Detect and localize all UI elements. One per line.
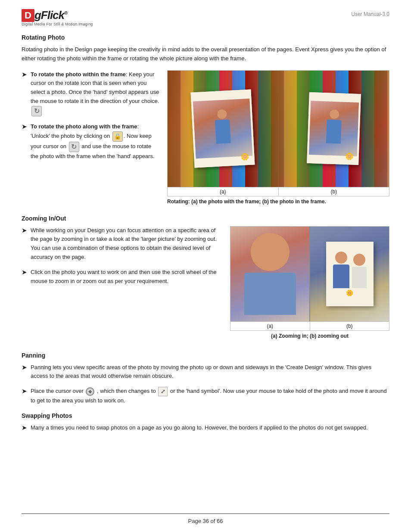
photo-frame-b: 🌼: [307, 92, 361, 165]
person-head-a: [217, 109, 227, 119]
person-a: [211, 109, 235, 148]
flower-b: 🌼: [345, 152, 354, 161]
panning-bullet-2-text: Place the cursor over ✥ , which then cha…: [31, 387, 389, 405]
photo-inner-a: [193, 98, 253, 159]
panning-bullet-1: ➤ Panning lets you view specific areas o…: [22, 363, 389, 381]
zoom-person-b1: [333, 252, 349, 288]
zoom-persons-b: [333, 252, 367, 288]
logo-brand: gFlick®: [34, 9, 67, 22]
zooming-bullet-2: ➤ Click on the photo you want to work on…: [22, 268, 222, 286]
panning-arrow-1: ➤: [22, 364, 27, 371]
panning-arrow-2: ➤: [22, 387, 27, 395]
zooming-bullet-2-text: Click on the photo you want to work on a…: [31, 268, 222, 286]
lock-icon: 🔒: [112, 131, 123, 142]
zooming-photo-image: 🌼: [230, 227, 389, 321]
rotating-intro: Rotating photo in the Design page keepin…: [22, 45, 389, 63]
panning-bullet-1-text: Panning lets you view specific areas of …: [31, 363, 389, 381]
photo-frame-a: 🌼: [191, 90, 255, 168]
zooming-right: 🌼 (a) (b) (a) Zooming in; (b) zooming ou…: [230, 226, 389, 345]
rotating-caption: Rotating: (a) the photo with the frame; …: [167, 199, 389, 205]
rotating-bullet-1-text: To rotate the photo within the frame: Ke…: [31, 70, 159, 116]
rotating-label-a: (a): [168, 187, 279, 196]
zoom-in-image: [230, 227, 309, 321]
person-body-a: [215, 119, 231, 144]
zooming-two-col: ➤ While working on your Design you can f…: [22, 226, 389, 345]
zoom-frame-b: 🌼: [326, 242, 374, 306]
zoom-out-image: 🌼: [310, 227, 389, 321]
person-head-b: [330, 109, 339, 119]
photo-inner-b: [309, 101, 359, 156]
logo-d-box: D: [22, 9, 34, 22]
rotating-photo-labels: (a) (b): [168, 187, 389, 196]
zoom-label-b: (b): [310, 322, 389, 330]
swapping-arrow-1: ➤: [22, 424, 27, 432]
swapping-bullet-1: ➤ Many a times you need to swap photos o…: [22, 423, 389, 432]
header: D gFlick® Digital Media For Still & Moti…: [22, 9, 389, 26]
zoom-head-b2: [353, 254, 365, 266]
zoom-half-left: [230, 227, 309, 321]
panning-title: Panning: [22, 352, 389, 359]
zooming-left: ➤ While working on your Design you can f…: [22, 226, 222, 292]
rotating-photo-right: 🌼: [279, 71, 389, 187]
zooming-caption: (a) Zooming in; (b) zooming out: [230, 333, 389, 339]
bullet-arrow-2: ➤: [22, 123, 27, 131]
rotating-photo-box: 🌼: [167, 70, 389, 196]
person-b: [322, 109, 345, 149]
rotating-two-col: ➤ To rotate the photo within the frame: …: [22, 70, 389, 211]
panning-bullet-2: ➤ Place the cursor over ✥ , which then c…: [22, 387, 389, 405]
page: D gFlick® Digital Media For Still & Moti…: [0, 0, 411, 532]
zoom-body-b2: [352, 267, 367, 288]
flower-a: 🌼: [240, 152, 249, 161]
cursor-icon: ✥: [86, 387, 94, 396]
rotate-icon-2: ↻: [69, 142, 79, 152]
zoom-half-right: 🌼: [310, 227, 389, 321]
zoom-body-a: [244, 273, 296, 315]
rotating-bullet-1: ➤ To rotate the photo within the frame: …: [22, 70, 159, 116]
zoom-arrow-1: ➤: [22, 227, 27, 234]
zoom-label-a: (a): [230, 322, 310, 330]
logo: D gFlick® Digital Media For Still & Moti…: [22, 9, 93, 26]
zooming-section: Zooming In/Out ➤ While working on your D…: [22, 215, 389, 345]
rotating-label-b: (b): [279, 187, 389, 196]
zoom-person-b2: [352, 254, 367, 288]
user-manual-label: User Manual-3.0: [351, 11, 389, 17]
logo-sub: Digital Media For Still & Motion Imaging: [22, 22, 93, 26]
hand-icon: ⤢: [158, 387, 168, 396]
swapping-section: Swapping Photos ➤ Many a times you need …: [22, 412, 389, 432]
bullet-arrow-1: ➤: [22, 71, 27, 78]
zoom-head-b1: [335, 252, 347, 264]
panning-section: Panning ➤ Panning lets you view specific…: [22, 352, 389, 405]
zoom-person-a: [236, 233, 305, 315]
rotating-bullet-2: ➤ To rotate the photo along with the fra…: [22, 122, 159, 161]
person-body-b: [326, 119, 342, 143]
zooming-bullet-1: ➤ While working on your Design you can f…: [22, 226, 222, 262]
rotating-photo-image: 🌼: [168, 71, 389, 187]
footer-text: Page 36 of 66: [0, 518, 411, 524]
zoom-flower: 🌼: [346, 289, 353, 296]
zooming-title: Zooming In/Out: [22, 215, 389, 222]
rotate-icon-1: ↻: [31, 106, 42, 116]
footer-line: [22, 513, 389, 514]
zoom-arrow-2: ➤: [22, 268, 27, 276]
zoom-body-b1: [333, 264, 349, 288]
zooming-photo-labels: (a) (b): [230, 321, 389, 330]
rotating-photo-left: 🌼: [168, 71, 278, 187]
rotating-bullet-2-text: To rotate the photo along with the frame…: [31, 122, 159, 161]
rotating-left-col: ➤ To rotate the photo within the frame: …: [22, 70, 159, 211]
swapping-title: Swapping Photos: [22, 412, 389, 419]
rotating-title: Rotating Photo: [22, 34, 389, 41]
zooming-bullet-1-text: While working on your Design you can foc…: [31, 226, 222, 262]
zoom-head-a: [251, 233, 290, 271]
rotating-section: Rotating Photo Rotating photo in the Des…: [22, 34, 389, 211]
swapping-bullet-1-text: Many a times you need to swap photos on …: [31, 423, 368, 432]
rotating-right-col: 🌼: [167, 70, 389, 211]
zooming-photo-box: 🌼 (a) (b): [230, 226, 389, 331]
